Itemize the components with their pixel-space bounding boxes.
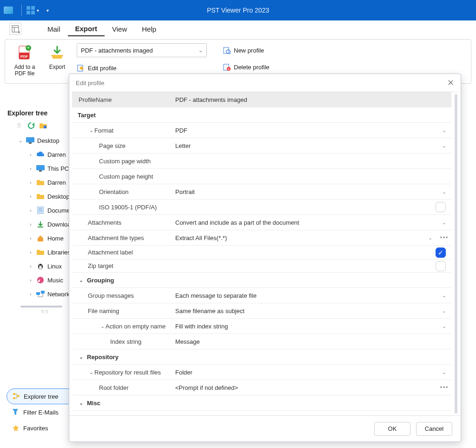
refresh-icon[interactable] (27, 121, 35, 130)
close-button[interactable]: ✕ (447, 78, 454, 88)
chevron-down-icon[interactable]: ⌄ (78, 400, 84, 406)
attachment-label-checkbox[interactable] (436, 247, 446, 258)
chevron-down-icon[interactable]: ⌄ (99, 323, 106, 329)
chevron-down-icon[interactable]: ⌄ (436, 415, 451, 416)
attachment-types-select[interactable]: Extract All Files(*.*) (175, 234, 423, 241)
browse-button[interactable]: ••• (437, 384, 451, 391)
horizontal-scrollbar[interactable] (20, 306, 62, 308)
chevron-right-icon[interactable]: › (28, 236, 33, 241)
cloud-icon (36, 150, 45, 159)
zip-target-checkbox[interactable] (436, 261, 446, 271)
svg-rect-36 (13, 397, 15, 399)
linux-icon (36, 262, 45, 270)
existing-file-select[interactable]: Add suffix (175, 415, 436, 416)
file-naming-select[interactable]: Same filename as subject (175, 308, 436, 314)
search-icon (223, 46, 231, 54)
chevron-right-icon[interactable]: › (28, 194, 33, 199)
svg-rect-20 (37, 207, 44, 214)
chevron-down-icon[interactable]: ▾ (46, 8, 49, 13)
profile-select[interactable]: PDF - attachments imaged ⌄ (77, 43, 207, 57)
svg-point-27 (39, 265, 40, 266)
music-icon (36, 276, 45, 284)
chevron-down-icon[interactable]: ⌄ (436, 220, 451, 226)
empty-name-action-select[interactable]: Fill with index string (175, 323, 436, 330)
chevron-right-icon[interactable]: › (28, 250, 33, 255)
folder-icon[interactable] (39, 121, 47, 130)
svg-rect-31 (41, 291, 45, 294)
iso-checkbox[interactable] (436, 202, 446, 212)
attachments-select[interactable]: Convert and include as a part of the doc… (175, 219, 436, 226)
format-select[interactable]: PDF (175, 127, 436, 134)
svg-rect-9 (224, 47, 229, 53)
chevron-down-icon[interactable]: ⌄ (436, 369, 451, 375)
chevron-right-icon[interactable]: › (28, 278, 33, 283)
tab-view[interactable]: View (105, 22, 134, 36)
svg-rect-17 (29, 142, 32, 144)
section-misc[interactable]: ⌄ Misc (72, 395, 451, 411)
export-button[interactable]: Export (44, 43, 70, 70)
svg-rect-18 (36, 165, 45, 170)
orientation-select[interactable]: Portrait (175, 188, 436, 195)
desktop-icon (26, 136, 34, 145)
chevron-right-icon[interactable]: › (28, 292, 33, 297)
chevron-down-icon[interactable]: ⌄ (436, 323, 451, 329)
tab-export[interactable]: Export (68, 22, 105, 36)
root-folder-input[interactable]: <Prompt if not defined> (175, 384, 437, 391)
section-grouping[interactable]: ⌄ Grouping (72, 273, 451, 288)
group-messages-select[interactable]: Each message to separate file (175, 292, 436, 299)
section-target[interactable]: Target (72, 107, 451, 123)
edit-icon (77, 64, 85, 72)
chevron-down-icon[interactable]: ⌄ (436, 293, 451, 299)
chevron-down-icon[interactable]: ▾ (37, 8, 39, 13)
profile-name-value[interactable]: PDF - attachments imaged (175, 96, 451, 103)
svg-point-26 (39, 266, 42, 269)
delete-profile-button[interactable]: ✕ Delete profile (223, 61, 270, 73)
dialog-title: Edit profile (76, 80, 104, 87)
chevron-right-icon[interactable]: › (28, 180, 33, 185)
repository-select[interactable]: Folder (175, 369, 436, 376)
folder-icon (36, 178, 45, 187)
index-string-input[interactable]: Message (175, 338, 451, 345)
chevron-down-icon[interactable]: ⌄ (78, 277, 84, 283)
tab-mail[interactable]: Mail (40, 22, 68, 36)
tab-help[interactable]: Help (134, 22, 164, 36)
chevron-right-icon[interactable]: › (28, 152, 33, 157)
network-icon (36, 290, 45, 298)
ok-button[interactable]: OK (374, 422, 410, 436)
section-repository[interactable]: ⌄ Repository (72, 349, 451, 365)
chevron-down-icon[interactable]: ⌄ (436, 127, 451, 134)
layout-options-button[interactable] (9, 23, 21, 35)
new-profile-button[interactable]: New profile (223, 44, 270, 56)
svg-text:✕: ✕ (227, 67, 230, 71)
chevron-down-icon[interactable]: ⌄ (18, 138, 23, 143)
chevron-right-icon[interactable]: › (28, 222, 33, 227)
svg-rect-30 (36, 292, 40, 295)
drag-handle-icon[interactable]: ⠿ (15, 121, 23, 130)
chevron-down-icon[interactable]: ⌄ (423, 235, 437, 241)
svg-point-29 (37, 277, 44, 283)
chevron-right-icon[interactable]: › (28, 264, 33, 269)
more-button[interactable]: ••• (437, 234, 451, 241)
svg-rect-35 (13, 393, 15, 395)
page-size-select[interactable]: Letter (175, 142, 436, 149)
chevron-right-icon[interactable]: › (28, 208, 33, 213)
download-icon (36, 220, 45, 228)
filter-icon (12, 408, 20, 416)
chevron-down-icon[interactable]: ⌄ (88, 369, 94, 375)
svg-rect-16 (26, 137, 34, 142)
svg-rect-37 (17, 395, 20, 397)
app-title: PST Viewer Pro 2023 (207, 7, 269, 14)
add-to-pdf-button[interactable]: PDF + Add to a PDF file (12, 43, 38, 77)
quick-access-grid-icon[interactable] (26, 6, 35, 14)
section-target-label: Target (78, 112, 96, 119)
chevron-down-icon[interactable]: ⌄ (78, 354, 84, 360)
chevron-down-icon[interactable]: ⌄ (436, 143, 451, 149)
cancel-button[interactable]: Cancel (416, 422, 452, 436)
chevron-down-icon[interactable]: ⌄ (88, 127, 94, 134)
vertical-scrollbar[interactable] (454, 94, 458, 414)
chevron-down-icon[interactable]: ⌄ (436, 189, 451, 195)
edit-profile-button[interactable]: Edit profile (77, 62, 207, 74)
svg-text:+: + (27, 45, 30, 50)
chevron-down-icon[interactable]: ⌄ (436, 308, 451, 314)
chevron-right-icon[interactable]: › (28, 166, 33, 171)
